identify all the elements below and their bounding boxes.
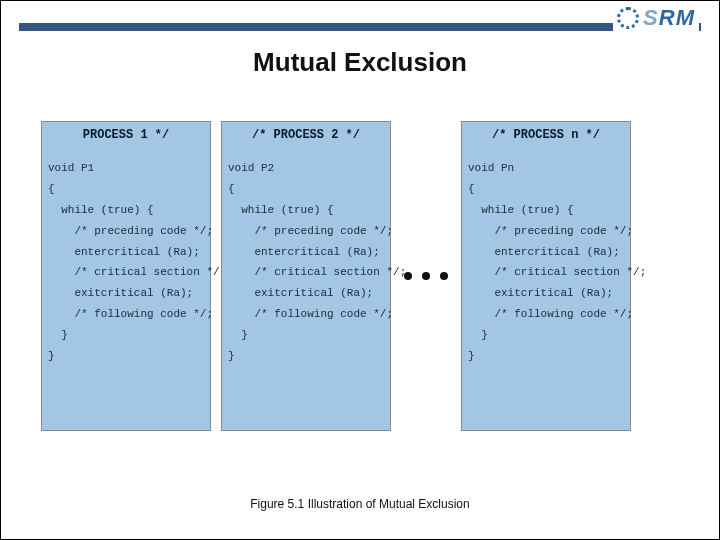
panel-code: void P2 { while (true) { /* preceding co… <box>228 158 384 367</box>
gear-icon <box>617 7 639 29</box>
process-panel-n: /* PROCESS n */ void Pn { while (true) {… <box>461 121 631 431</box>
dot-icon <box>422 272 430 280</box>
panel-header: PROCESS 1 */ <box>48 128 204 142</box>
figure-caption: Figure 5.1 Illustration of Mutual Exclus… <box>1 497 719 511</box>
logo-text-light: S <box>643 5 659 31</box>
panel-header: /* PROCESS n */ <box>468 128 624 142</box>
panel-code: void P1 { while (true) { /* preceding co… <box>48 158 204 367</box>
code-panels: PROCESS 1 */ void P1 { while (true) { /*… <box>41 121 679 431</box>
panel-header: /* PROCESS 2 */ <box>228 128 384 142</box>
process-panel-2: /* PROCESS 2 */ void P2 { while (true) {… <box>221 121 391 431</box>
slide-title: Mutual Exclusion <box>1 47 719 78</box>
slide: SRM Mutual Exclusion PROCESS 1 */ void P… <box>0 0 720 540</box>
logo-text-dark: RM <box>659 5 695 31</box>
process-panel-1: PROCESS 1 */ void P1 { while (true) { /*… <box>41 121 211 431</box>
header-divider <box>19 23 701 31</box>
dot-icon <box>404 272 412 280</box>
srm-logo: SRM <box>613 5 699 31</box>
dot-icon <box>440 272 448 280</box>
panel-code: void Pn { while (true) { /* preceding co… <box>468 158 624 367</box>
ellipsis-icon <box>401 272 451 280</box>
